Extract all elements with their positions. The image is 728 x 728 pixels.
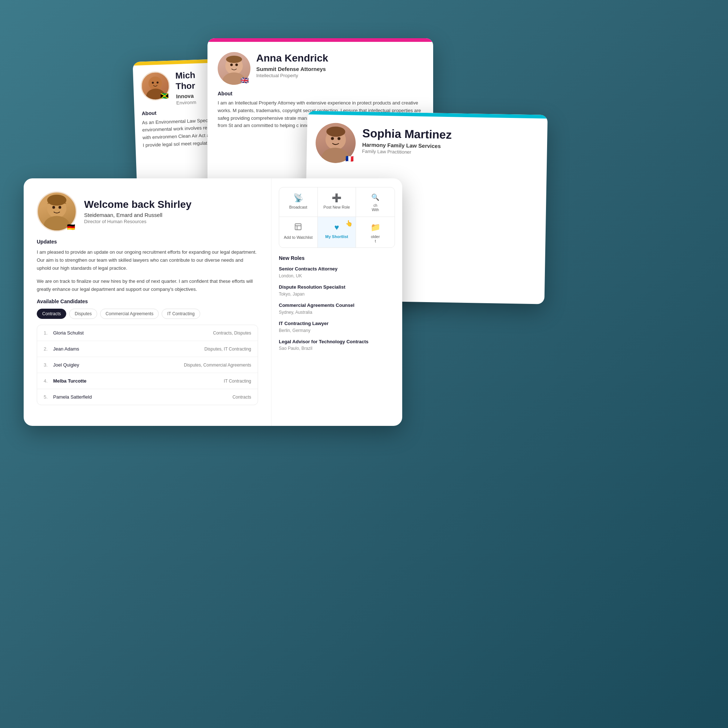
- svg-rect-19: [295, 224, 301, 230]
- role-item-2[interactable]: Dispute Resolution Specialist Tokyo, Jap…: [279, 284, 395, 297]
- anna-avatar-wrap: 🇬🇧: [218, 52, 251, 85]
- candidate-tags-5: Contracts: [232, 395, 251, 400]
- post-role-icon: ➕: [332, 193, 341, 203]
- sophia-company: Harmony Family Law Services: [362, 142, 452, 149]
- candidate-num-1: 1.: [44, 330, 53, 336]
- svg-point-8: [226, 56, 242, 63]
- role-location-3: Sydney, Australia: [279, 310, 395, 315]
- candidate-row-2[interactable]: 2. Jean Adams Disputes, IT Contracting: [37, 341, 258, 357]
- candidate-tags-4: IT Contracting: [224, 379, 251, 384]
- shirley-company: Steidemaan, Emard and Russell: [84, 212, 191, 218]
- candidate-num-3: 3.: [44, 362, 53, 368]
- anna-role: Intellectual Property: [256, 73, 328, 78]
- main-left-panel: 🇩🇪 Welcome back Shirley Steidemaan, Emar…: [24, 178, 271, 426]
- candidate-row-4[interactable]: 4. Melba Turcotte IT Contracting: [37, 373, 258, 389]
- candidate-num-2: 2.: [44, 346, 53, 352]
- role-location-4: Berlin, Germany: [279, 328, 395, 333]
- folder-icon: 📁: [370, 223, 380, 232]
- role-item-3[interactable]: Commercial Agreements Counsel Sydney, Au…: [279, 303, 395, 315]
- svg-point-16: [52, 206, 55, 209]
- sophia-header: 🇫🇷 Sophia Martinez Harmony Family Law Se…: [306, 114, 548, 171]
- michael-avatar-wrap: 🇯🇲: [140, 71, 170, 101]
- action-post-role[interactable]: ➕ Post New Role: [318, 187, 356, 217]
- michael-role: Environm: [176, 99, 196, 106]
- shortlist-label: My Shortlist: [326, 234, 348, 239]
- filter-tab-commercial[interactable]: Commercial Agreements: [100, 309, 159, 319]
- candidate-name-2: Jean Adams: [53, 346, 204, 352]
- role-title-1: Senior Contracts Attorney: [279, 266, 395, 272]
- broadcast-icon: 📡: [294, 193, 303, 203]
- watchlist-icon: [294, 223, 302, 233]
- sophia-avatar-wrap: 🇫🇷: [315, 123, 356, 164]
- candidate-name-4: Melba Turcotte: [53, 378, 224, 384]
- candidate-row-1[interactable]: 1. Gloria Schulist Contracts, Disputes: [37, 325, 258, 341]
- role-title-5: Legal Advisor for Technology Contracts: [279, 339, 395, 345]
- filter-tab-contracts[interactable]: Contracts: [37, 309, 66, 319]
- anna-top-bar: [208, 38, 433, 42]
- role-location-2: Tokyo, Japan: [279, 292, 395, 297]
- watchlist-label: Add to Watchlist: [284, 235, 313, 240]
- michael-flag: 🇯🇲: [159, 92, 170, 100]
- role-title-4: IT Contracting Lawyer: [279, 321, 395, 327]
- updates-text-1: I am pleased to provide an update on our…: [37, 248, 258, 272]
- candidate-name-1: Gloria Schulist: [53, 330, 213, 336]
- filter-tabs: Contracts Disputes Commercial Agreements…: [37, 309, 258, 319]
- candidate-tags-3: Disputes, Commercial Agreements: [184, 362, 251, 368]
- svg-point-7: [236, 64, 238, 66]
- role-item-5[interactable]: Legal Advisor for Technology Contracts S…: [279, 339, 395, 351]
- new-roles-label: New Roles: [279, 255, 395, 261]
- folder-label: oldert: [371, 234, 380, 243]
- anna-about-label: About: [218, 91, 423, 96]
- sophia-title-block: Sophia Martinez Harmony Family Law Servi…: [362, 123, 452, 156]
- anna-title-block: Anna Kendrick Summit Defense Attorneys I…: [256, 52, 328, 78]
- anna-name: Anna Kendrick: [256, 52, 328, 64]
- updates-text-2: We are on track to finalize our new hire…: [37, 277, 258, 294]
- svg-point-17: [59, 206, 61, 209]
- candidate-num-5: 5.: [44, 394, 53, 400]
- svg-point-0: [148, 76, 162, 90]
- search-label: chWith: [372, 203, 379, 212]
- search-icon: 🔍: [371, 193, 379, 201]
- action-search[interactable]: 🔍 chWith: [356, 187, 395, 217]
- role-title-2: Dispute Resolution Specialist: [279, 284, 395, 291]
- shirley-flag: 🇩🇪: [66, 223, 76, 231]
- shortlist-icon: ♥: [334, 223, 339, 232]
- action-grid: 📡 Broadcast ➕ Post New Role 🔍 chWith: [279, 187, 395, 248]
- shirley-avatar-wrap: 🇩🇪: [37, 191, 77, 231]
- cursor-icon: 👆: [346, 220, 353, 227]
- filter-tab-disputes[interactable]: Disputes: [69, 309, 97, 319]
- role-item-1[interactable]: Senior Contracts Attorney London, UK: [279, 266, 395, 278]
- candidate-row-5[interactable]: 5. Pamela Satterfield Contracts: [37, 389, 258, 405]
- anna-flag: 🇬🇧: [240, 77, 250, 84]
- action-watchlist[interactable]: Add to Watchlist: [279, 217, 318, 248]
- candidate-name-5: Pamela Satterfield: [53, 394, 232, 400]
- candidate-tags-2: Disputes, IT Contracting: [204, 347, 251, 352]
- candidates-table: 1. Gloria Schulist Contracts, Disputes 2…: [37, 325, 258, 405]
- michael-company: Innova: [176, 92, 196, 99]
- svg-point-6: [230, 64, 233, 66]
- sophia-name: Sophia Martinez: [362, 126, 452, 142]
- role-title-3: Commercial Agreements Counsel: [279, 303, 395, 309]
- role-location-1: London, UK: [279, 273, 395, 278]
- role-item-4[interactable]: IT Contracting Lawyer Berlin, Germany: [279, 321, 395, 333]
- candidate-tags-1: Contracts, Disputes: [213, 330, 251, 336]
- welcome-header: 🇩🇪 Welcome back Shirley Steidemaan, Emar…: [37, 191, 258, 231]
- anna-company: Summit Defense Attorneys: [256, 66, 328, 72]
- role-location-5: Sao Paulo, Brazil: [279, 346, 395, 351]
- welcome-title: Welcome back Shirley Steidemaan, Emard a…: [84, 199, 191, 224]
- post-role-label: Post New Role: [324, 205, 350, 209]
- candidate-num-4: 4.: [44, 378, 53, 384]
- candidate-name-3: Joel Quigley: [53, 362, 184, 368]
- card-main-dashboard: 🇩🇪 Welcome back Shirley Steidemaan, Emar…: [24, 178, 402, 426]
- main-right-panel: 📡 Broadcast ➕ Post New Role 🔍 chWith: [271, 178, 402, 426]
- filter-tab-it[interactable]: IT Contracting: [162, 309, 200, 319]
- candidates-label: Available Candidates: [37, 298, 258, 304]
- updates-label: Updates: [37, 239, 258, 245]
- candidate-row-3[interactable]: 3. Joel Quigley Disputes, Commercial Agr…: [37, 357, 258, 373]
- action-broadcast[interactable]: 📡 Broadcast: [279, 187, 318, 217]
- shirley-role: Director of Human Resources: [84, 219, 191, 224]
- sophia-role: Family Law Practitioner: [362, 148, 452, 155]
- michael-name: MichThor: [175, 70, 196, 91]
- action-folder[interactable]: 📁 oldert: [356, 217, 395, 248]
- action-shortlist[interactable]: ♥ My Shortlist 👆: [318, 217, 356, 248]
